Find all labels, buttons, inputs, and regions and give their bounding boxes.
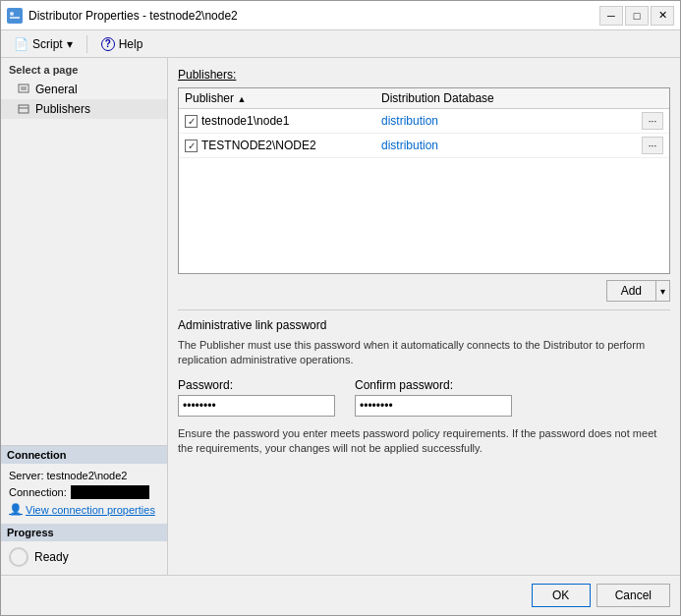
confirm-password-group: Confirm password: — [355, 378, 512, 417]
minimize-button[interactable]: ─ — [599, 6, 623, 26]
script-label: Script — [32, 37, 63, 51]
toolbar-separator — [86, 35, 87, 53]
connection-title: Connection — [1, 446, 167, 464]
publisher-checkbox-1[interactable]: ✓ — [185, 115, 198, 128]
select-page-label: Select a page — [1, 58, 167, 80]
connection-section: Connection Server: testnode2\node2 Conne… — [1, 446, 167, 524]
cancel-button[interactable]: Cancel — [596, 584, 670, 607]
script-dropdown-icon: ▾ — [67, 37, 73, 51]
add-button[interactable]: Add — [606, 280, 656, 302]
svg-rect-6 — [19, 105, 28, 113]
progress-section: Progress Ready — [1, 524, 167, 575]
password-row: Password: Confirm password: — [178, 378, 670, 417]
restore-button[interactable]: □ — [625, 6, 649, 26]
window-title: Distributor Properties - testnode2\node2 — [28, 9, 238, 23]
svg-rect-3 — [19, 84, 28, 92]
ellipsis-btn-2[interactable]: ··· — [642, 137, 663, 154]
toolbar: 📄 Script ▾ ? Help — [1, 30, 680, 58]
content-area: Publishers: Publisher Distribution Datab… — [168, 58, 680, 575]
svg-rect-1 — [10, 17, 20, 19]
admin-link-title: Administrative link password — [178, 318, 670, 332]
connection-link-icon: 👤 — [9, 503, 23, 516]
table-row: ✓ TESTNODE2\NODE2 distribution ··· — [179, 134, 669, 158]
sidebar-item-general[interactable]: General — [1, 80, 167, 99]
password-input[interactable] — [178, 395, 335, 417]
script-icon: 📄 — [14, 37, 28, 51]
close-button[interactable]: ✕ — [651, 6, 674, 26]
sidebar-bottom: Connection Server: testnode2\node2 Conne… — [1, 445, 167, 575]
admin-link-section: Administrative link password The Publish… — [178, 309, 670, 457]
col-dist-label: Distribution Database — [381, 91, 494, 105]
password-group: Password: — [178, 378, 335, 417]
publisher-cell-1: ✓ testnode1\node1 — [179, 109, 375, 134]
dist-cell-1: distribution — [375, 109, 636, 134]
help-icon: ? — [101, 37, 115, 51]
help-button[interactable]: ? Help — [94, 34, 150, 54]
publisher-name-2: TESTNODE2\NODE2 — [201, 139, 316, 152]
progress-status: Ready — [34, 550, 69, 564]
col-action-header — [636, 88, 669, 109]
ellipsis-btn-1[interactable]: ··· — [642, 112, 663, 130]
add-btn-group: Add ▾ — [606, 280, 670, 302]
publishers-icon — [17, 102, 30, 116]
connection-label-row: Connection: — [9, 485, 159, 499]
publisher-name-1: testnode1\node1 — [201, 114, 289, 128]
confirm-password-input[interactable] — [355, 395, 512, 417]
title-bar-left: Distributor Properties - testnode2\node2 — [7, 8, 238, 24]
connection-server: Server: testnode2\node2 — [9, 470, 159, 481]
view-connection-label: View connection properties — [26, 504, 155, 516]
add-dropdown-button[interactable]: ▾ — [656, 280, 670, 302]
title-bar: Distributor Properties - testnode2\node2… — [1, 1, 680, 30]
col-publisher-header[interactable]: Publisher — [179, 88, 375, 109]
progress-content: Ready — [9, 547, 159, 567]
view-connection-link[interactable]: 👤 View connection properties — [9, 503, 159, 516]
publishers-table: Publisher Distribution Database — [179, 88, 669, 158]
admin-link-desc: The Publisher must use this password whe… — [178, 338, 670, 368]
progress-spinner — [9, 547, 28, 567]
col-publisher-label: Publisher — [185, 91, 234, 105]
script-button[interactable]: 📄 Script ▾ — [7, 34, 80, 54]
password-label: Password: — [178, 378, 335, 392]
sidebar-item-general-label: General — [35, 83, 78, 96]
publisher-cell-2: ✓ TESTNODE2\NODE2 — [179, 134, 375, 158]
general-icon — [17, 83, 30, 96]
main-content: Select a page General — [1, 58, 680, 575]
title-bar-controls: ─ □ ✕ — [599, 6, 674, 26]
sidebar-item-publishers-label: Publishers — [35, 102, 90, 116]
action-cell-2: ··· — [636, 134, 669, 158]
window-icon — [7, 8, 23, 24]
publisher-checkbox-2[interactable]: ✓ — [185, 140, 198, 152]
dist-link-1[interactable]: distribution — [381, 114, 438, 128]
dist-cell-2: distribution — [375, 134, 636, 158]
table-header-row: Publisher Distribution Database — [179, 88, 669, 109]
help-label: Help — [119, 37, 143, 51]
password-note: Ensure the password you enter meets pass… — [178, 426, 670, 457]
publishers-table-container[interactable]: Publisher Distribution Database — [178, 87, 670, 274]
main-window: Distributor Properties - testnode2\node2… — [0, 0, 681, 616]
footer: OK Cancel — [1, 575, 680, 615]
sidebar-item-publishers[interactable]: Publishers — [1, 99, 167, 119]
publishers-section-label: Publishers: — [178, 68, 670, 82]
action-cell-1: ··· — [636, 109, 669, 134]
connection-label-text: Connection: — [9, 486, 67, 498]
add-row: Add ▾ — [178, 280, 670, 302]
table-row: ✓ testnode1\node1 distribution ··· — [179, 109, 669, 134]
col-dist-header[interactable]: Distribution Database — [375, 88, 636, 109]
svg-point-2 — [10, 12, 14, 16]
sidebar: Select a page General — [1, 58, 168, 575]
confirm-password-label: Confirm password: — [355, 378, 512, 392]
dist-link-2[interactable]: distribution — [381, 139, 438, 152]
ok-button[interactable]: OK — [532, 584, 591, 607]
connection-black-box — [71, 485, 149, 499]
progress-title: Progress — [1, 524, 167, 541]
